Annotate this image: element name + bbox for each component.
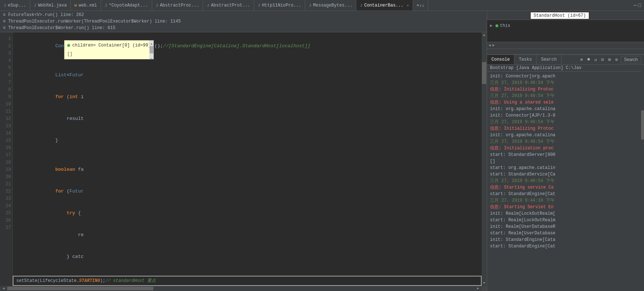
tab-esup[interactable]: J eSup...	[0, 0, 30, 11]
console-scrollbar[interactable]	[641, 65, 644, 291]
console-line-22: init: Realm[LockOutRealm[	[490, 210, 641, 217]
console-line-7: init: Connector[AJP/1.3-8	[490, 112, 641, 119]
code-horizontal-scrollbar[interactable]: ◄ ►	[0, 286, 487, 291]
console-app-label: Bootstrap [Java Application] C:\Jav	[487, 65, 644, 72]
maximize-icon[interactable]: □	[638, 3, 641, 8]
tab-containerbase[interactable]: J ContainerBas... ✕	[356, 0, 413, 11]
code-line-9: for (Futur	[16, 181, 482, 202]
line-numbers: 1 2 3 4 5 6 7 8 9 10 11 12 13 14	[0, 32, 13, 286]
console-line-13: start: StandardServer[800	[490, 151, 641, 158]
variable-this: ▶ this	[487, 21, 644, 30]
console-scroll-lock-btn[interactable]: ⊞	[607, 56, 612, 63]
tab-icon-abstractprot: J	[207, 3, 209, 8]
tab-label-webxml: web.xml	[78, 3, 97, 8]
tab-label-esup: eSup...	[8, 3, 26, 8]
code-line-4: for (int i	[16, 86, 482, 108]
code-line-8: boolean fa	[16, 159, 482, 181]
scroll-up-arrow[interactable]: ▲	[482, 32, 487, 38]
tab-icon-abstractproc: J	[156, 3, 158, 8]
console-line-6: init: org.apache.catalina	[490, 106, 641, 112]
minimize-icon[interactable]: ─	[633, 3, 636, 8]
tab-overflow-label: »₁₁	[417, 3, 425, 8]
tab-abstractproc[interactable]: J AbstractProc...	[152, 0, 203, 11]
tab-abstractprot[interactable]: J AbstractProt...	[203, 0, 254, 11]
tab-overflow[interactable]: »₁₁	[413, 0, 429, 11]
console-settings-btn[interactable]: ⚙	[614, 56, 619, 63]
code-line-7	[16, 151, 482, 159]
console-line-26: init: StandardEngine[Cata	[490, 237, 641, 243]
tab-icon-http11nio: J	[258, 3, 260, 8]
hscroll-thumb[interactable]	[7, 287, 153, 290]
tab-label-abstractprot: AbstractProt...	[211, 3, 250, 8]
console-content: init: Connector[org.apach 三月 27, 2019 9:…	[487, 72, 644, 291]
console-line-3: 信息: Initializing Protoc	[490, 86, 641, 93]
nav-left-icon[interactable]: ◄	[489, 43, 491, 48]
console-stop-btn[interactable]: ■	[586, 56, 591, 63]
console-tabs: Console Tasks Search ⊗ ■ ↺ ⊟ ⊞ ⚙ Search	[487, 54, 644, 65]
tooltip-title: children= Container[0] (id=99)	[72, 42, 151, 49]
variables-area: ▶ this	[487, 20, 644, 42]
var-dot-this	[495, 24, 498, 27]
code-line-5: result	[16, 108, 482, 130]
tab-icon-containerbase: J	[360, 3, 362, 8]
hscroll-right[interactable]: ►	[474, 287, 482, 291]
console-clear-btn[interactable]: ⊗	[579, 56, 584, 63]
tab-label-abstractproc: AbstractProc...	[160, 3, 199, 8]
console-line-5: 信息: Using a shared sele	[490, 99, 641, 106]
console-tab-search[interactable]: Search	[536, 55, 561, 64]
scroll-track[interactable]	[482, 38, 487, 280]
console-filter-btn[interactable]: ⊟	[600, 56, 605, 63]
hscroll-left[interactable]: ◄	[0, 287, 7, 291]
tab-messagebytes[interactable]: J MessageBytes...	[305, 0, 356, 11]
nav-right-icon[interactable]: ►	[493, 43, 495, 48]
console-line-19: start: StandardEngine[Cat	[490, 191, 641, 197]
console-line-18: 信息: Starting service Ca	[490, 184, 641, 191]
console-line-9: 信息: Initializing Protoc	[490, 125, 641, 132]
tab-http11nio[interactable]: J Http11NioPro...	[254, 0, 305, 11]
console-panel: Console Tasks Search ⊗ ■ ↺ ⊟ ⊞ ⚙ Search	[487, 54, 644, 291]
tab-webxml[interactable]: W web.xml	[71, 0, 101, 11]
console-line-12: 信息: Initialization proc	[490, 145, 641, 151]
tab-coyote[interactable]: J *CoyoteAdapt...	[101, 0, 152, 11]
console-line-16: start: StandardService[Ca	[490, 171, 641, 178]
console-line-10: init: org.apache.catalina	[490, 132, 641, 138]
console-line-2: 三月 27, 2019 9:40:54 下午	[490, 80, 641, 86]
var-name-this: this	[500, 22, 510, 29]
console-line-20: 三月 27, 2019 9:44:39 下午	[490, 197, 641, 204]
tab-label-webxml-java: WebXml.java	[38, 3, 67, 8]
console-scroll-thumb[interactable]	[641, 110, 644, 140]
console-line-27: start: StandardEngine[Cat	[490, 243, 641, 250]
code-line-12: } catc	[16, 246, 482, 268]
call-stack-bar: ≡ FutureTask<V>.run() line: 262 ≡ Thread…	[0, 11, 487, 32]
search-button[interactable]: Search	[621, 56, 641, 63]
console-tab-console[interactable]: Console	[487, 55, 514, 64]
hscroll-corner	[482, 286, 487, 291]
tab-label-messagebytes: MessageBytes...	[313, 3, 352, 8]
console-rerun-btn[interactable]: ↺	[593, 56, 598, 63]
tab-icon-coyote: J	[105, 3, 107, 8]
call-stack-line1: ≡ FutureTask<V>.run() line: 262	[3, 12, 484, 18]
status-bar-code: setState(LifecycleState.STARTING);// sta…	[13, 276, 482, 286]
console-toolbar: ⊗ ■ ↺ ⊟ ⊞ ⚙ Search	[576, 56, 644, 63]
code-content: children= Container[0] (id=99) [] ▲ ▼	[13, 32, 482, 286]
code-vertical-scrollbar[interactable]: ▲ ▼	[482, 32, 487, 286]
console-line-21: 信息: Starting Servlet En	[490, 204, 641, 210]
code-line-3: List<Futur	[16, 64, 482, 86]
tab-icon-esup: J	[4, 3, 6, 8]
console-line-15: start: org.apache.catalin	[490, 165, 641, 171]
scroll-down-arrow[interactable]: ▼	[482, 280, 487, 286]
code-line-11: re	[16, 224, 482, 246]
tab-webxml-java[interactable]: J WebXml.java	[30, 0, 71, 11]
stdhost-label: StandardHost (id=67)	[530, 12, 590, 20]
tab-close-containerbase[interactable]: ✕	[407, 3, 409, 8]
var-arrow[interactable]: ▶	[490, 22, 493, 29]
console-line-24: init: Realm[UserDatabaseR	[490, 223, 641, 230]
code-line-10: try {	[16, 202, 482, 224]
console-line-11: 三月 27, 2019 9:40:54 下午	[490, 138, 641, 145]
console-line-25: start: Realm[UserDatabase	[490, 230, 641, 237]
scroll-thumb[interactable]	[482, 62, 486, 84]
console-tab-tasks[interactable]: Tasks	[514, 55, 536, 64]
variables-panel: StandardHost (id=67) ▶ this ◄ ►	[487, 11, 644, 54]
call-stack-line2: ≡ ThreadPoolExecutor.runWorker(ThreadPoo…	[3, 18, 484, 25]
tab-label-http11nio: Http11NioPro...	[262, 3, 301, 8]
